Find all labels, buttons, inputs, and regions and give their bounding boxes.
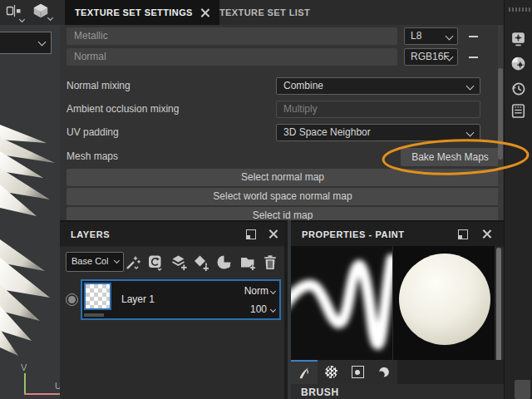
axis-v-label: V — [21, 362, 27, 372]
panel-title: LAYERS — [71, 229, 110, 239]
layers-panel-header: LAYERS — [60, 222, 284, 247]
add-layer-button[interactable] — [169, 253, 189, 273]
close-icon[interactable] — [200, 8, 209, 17]
metallic-channel-field[interactable]: Metallic — [66, 27, 397, 45]
normal-format-select[interactable]: RGB16F — [404, 48, 458, 66]
properties-scrollbar-thumb[interactable] — [496, 248, 501, 377]
scrollbar-thumb[interactable] — [498, 68, 503, 160]
viewport-2d[interactable]: V U — [0, 25, 61, 399]
button-label: Select normal map — [241, 171, 324, 183]
normal-channel-field[interactable]: Normal — [66, 48, 397, 66]
chevron-down-icon — [466, 129, 475, 137]
texture-set-settings-panel: Metallic L8 Normal RGB16F Normal mixing … — [60, 25, 504, 220]
remove-channel-button[interactable] — [466, 27, 480, 45]
alpha-checker-icon — [325, 366, 337, 378]
brush-icon — [297, 366, 312, 381]
bake-mesh-maps-button[interactable]: Bake Mesh Maps — [401, 148, 500, 166]
chevron-down-icon — [466, 82, 475, 91]
layer-blend-mode-select[interactable]: Norm — [244, 285, 275, 297]
section-title: BRUSH — [301, 387, 339, 398]
dock-scrollbar-thumb[interactable] — [515, 380, 530, 399]
format-value: L8 — [411, 30, 421, 42]
add-folder-button[interactable] — [238, 253, 258, 273]
add-mask-button[interactable] — [214, 253, 234, 273]
select-id-map-button[interactable]: Select id map — [66, 207, 499, 220]
shader-settings-button[interactable] — [510, 55, 527, 72]
layers-panel: LAYERS Base Color — [60, 220, 288, 399]
close-icon[interactable] — [482, 229, 491, 239]
paint-tool-tabs — [291, 360, 504, 384]
layer-thumbnail-bar — [84, 313, 104, 317]
axis-v-line — [24, 373, 26, 393]
close-icon[interactable] — [268, 229, 278, 239]
texture-set-list-button[interactable] — [510, 102, 527, 120]
channel-placeholder: Metallic — [74, 30, 108, 42]
panel-title: PROPERTIES - PAINT — [302, 229, 405, 239]
layer-visibility-toggle[interactable] — [66, 293, 78, 306]
ao-mixing-field: Multiply — [276, 101, 480, 118]
field-value: Multiply — [283, 103, 318, 115]
magic-wand-icon — [124, 254, 142, 272]
minus-icon — [469, 36, 478, 37]
select-normal-map-button[interactable]: Select normal map — [66, 169, 499, 186]
tab-material[interactable] — [371, 360, 397, 384]
delete-layer-button[interactable] — [260, 253, 280, 273]
undock-icon[interactable] — [246, 229, 256, 239]
chevron-down-icon — [270, 306, 276, 312]
substance-painter-window: TEXTURE SET SETTINGS TEXTURE SET LIST — [0, 0, 532, 399]
metallic-format-select[interactable]: L8 — [404, 27, 458, 45]
settings-scrollbar[interactable] — [498, 25, 503, 220]
channel-placeholder: Normal — [74, 51, 106, 62]
symmetry-tool-button[interactable] — [6, 4, 22, 22]
chevron-down-icon — [114, 258, 120, 264]
uv-padding-select[interactable]: 3D Space Neighbor — [276, 124, 480, 141]
button-label: Select id map — [253, 209, 313, 220]
texture-set-list-icon — [510, 102, 527, 120]
tab-texture-set-list[interactable]: TEXTURE SET LIST — [209, 0, 320, 25]
symmetry-icon — [6, 4, 22, 19]
ao-mixing-label: Ambient occlusion mixing — [66, 101, 179, 118]
layer-row[interactable]: Layer 1 Norm 100 — [81, 279, 281, 320]
tab-stencil[interactable] — [344, 360, 371, 384]
layers-toolbar: Base Color — [60, 247, 284, 277]
shader-settings-icon — [510, 55, 527, 72]
uv-padding-label: UV padding — [66, 124, 119, 141]
chevron-down-icon — [446, 32, 454, 41]
paint-bucket-icon — [192, 254, 210, 272]
properties-panel: PROPERTIES - PAINT — [291, 220, 504, 399]
add-fill-layer-button[interactable] — [191, 253, 211, 273]
folder-plus-icon — [239, 254, 257, 272]
select-value: 3D Space Neighbor — [283, 126, 371, 138]
sphere — [399, 254, 490, 345]
button-label: Bake Mesh Maps — [411, 151, 489, 163]
smart-material-icon — [146, 254, 165, 272]
tab-texture-set-settings[interactable]: TEXTURE SET SETTINGS — [65, 0, 219, 25]
blend-mode-value: Norm — [244, 285, 268, 297]
tab-alpha[interactable] — [318, 360, 344, 384]
tab-brush[interactable] — [291, 360, 318, 384]
tab-label: TEXTURE SET SETTINGS — [75, 7, 193, 17]
display-settings-button[interactable] — [510, 30, 527, 47]
undock-icon[interactable] — [458, 229, 468, 239]
dock-grip-handle[interactable] — [509, 7, 530, 12]
chevron-down-icon — [19, 17, 25, 22]
select-world-space-normal-map-button[interactable]: Select world space normal map — [66, 188, 499, 205]
material-sphere-preview — [393, 246, 495, 360]
history-button[interactable] — [510, 80, 527, 97]
channel-filter-select[interactable]: Base Color — [66, 252, 124, 272]
normal-mixing-select[interactable]: Combine — [276, 77, 480, 95]
add-smart-material-button[interactable] — [145, 253, 165, 273]
viewport-mode-select[interactable] — [0, 32, 52, 54]
select-value: Combine — [283, 80, 323, 91]
mesh-maps-label: Mesh maps — [66, 148, 118, 165]
add-effect-button[interactable] — [123, 253, 143, 273]
add-layer-icon — [170, 254, 188, 272]
remove-channel-button[interactable] — [466, 48, 480, 66]
layer-opacity-select[interactable]: 100 — [250, 303, 275, 315]
stencil-icon — [352, 366, 364, 378]
button-label: Select world space normal map — [213, 190, 352, 202]
layer-thumbnail[interactable] — [84, 283, 111, 310]
chevron-down-icon — [38, 38, 47, 47]
brush-section-header[interactable]: BRUSH — [291, 384, 504, 399]
mesh-display-button[interactable] — [32, 2, 50, 23]
